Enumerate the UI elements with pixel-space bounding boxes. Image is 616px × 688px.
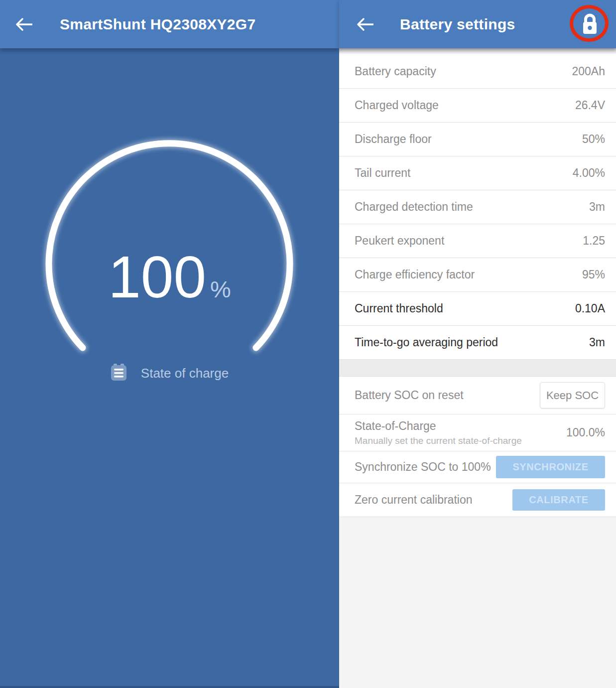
- settings-list: Battery capacity 200Ah Charged voltage 2…: [339, 55, 616, 517]
- setting-value: 200Ah: [572, 65, 605, 78]
- setting-row-charged-voltage[interactable]: Charged voltage 26.4V: [339, 89, 616, 123]
- annotation-circle: [570, 5, 609, 42]
- soc-unit: %: [210, 276, 231, 302]
- panel-filler: [339, 517, 616, 688]
- battery-soc-on-reset-row: Battery SOC on reset Keep SOC: [339, 377, 616, 414]
- section-divider: [339, 360, 616, 377]
- soc-current-value: 100.0%: [566, 426, 605, 439]
- victron-connect-app: SmartShunt HQ2308XY2G7 100%: [0, 0, 616, 688]
- row-label: State-of-Charge: [355, 419, 522, 433]
- setting-value: 26.4V: [575, 99, 605, 112]
- right-header: Battery settings: [339, 0, 616, 48]
- header-shadow: [339, 48, 616, 55]
- lock-icon[interactable]: [567, 2, 612, 47]
- setting-label: Battery capacity: [355, 65, 436, 78]
- page-title: Battery settings: [400, 16, 567, 33]
- setting-label: Current threshold: [355, 302, 443, 315]
- setting-row-charged-detection-time[interactable]: Charged detection time 3m: [339, 190, 616, 224]
- setting-label: Discharge floor: [355, 133, 432, 146]
- setting-row-battery-capacity[interactable]: Battery capacity 200Ah: [339, 55, 616, 89]
- row-sublabel: Manually set the current state-of-charge: [355, 435, 522, 446]
- setting-row-time-to-go-averaging-period[interactable]: Time-to-go averaging period 3m: [339, 326, 616, 360]
- back-arrow-icon[interactable]: [9, 9, 39, 39]
- setting-value: 0.10A: [575, 302, 605, 315]
- setting-label: Peukert exponent: [355, 234, 444, 248]
- setting-row-peukert-exponent[interactable]: Peukert exponent 1.25: [339, 224, 616, 258]
- setting-value: 50%: [582, 133, 605, 146]
- setting-value: 3m: [589, 336, 605, 349]
- left-header: SmartShunt HQ2308XY2G7: [0, 0, 339, 48]
- setting-row-tail-current[interactable]: Tail current 4.00%: [339, 156, 616, 190]
- setting-label: Tail current: [355, 166, 410, 180]
- state-of-charge-row[interactable]: State-of-Charge Manually set the current…: [339, 414, 616, 451]
- state-of-charge-gauge: 100% State of charge: [0, 48, 339, 427]
- back-arrow-icon[interactable]: [350, 9, 380, 39]
- setting-value: 3m: [589, 200, 605, 214]
- bottom-edge: [0, 686, 339, 688]
- soc-value: 100%: [0, 248, 339, 306]
- device-overview-panel: SmartShunt HQ2308XY2G7 100%: [0, 0, 339, 688]
- row-label: Battery SOC on reset: [355, 389, 464, 402]
- row-label: Zero current calibration: [355, 493, 473, 507]
- device-title: SmartShunt HQ2308XY2G7: [60, 16, 255, 33]
- battery-icon: [111, 364, 127, 383]
- setting-row-charge-efficiency-factor[interactable]: Charge efficiency factor 95%: [339, 258, 616, 292]
- battery-settings-panel: Battery settings Battery capacity 200Ah …: [339, 0, 616, 688]
- keep-soc-button[interactable]: Keep SOC: [540, 382, 605, 409]
- setting-label: Time-to-go averaging period: [355, 336, 498, 349]
- zero-current-calibration-row: Zero current calibration CALIBRATE: [339, 483, 616, 517]
- soc-label: State of charge: [141, 366, 229, 381]
- setting-row-current-threshold[interactable]: Current threshold 0.10A: [339, 292, 616, 326]
- setting-label: Charge efficiency factor: [355, 268, 475, 281]
- setting-row-discharge-floor[interactable]: Discharge floor 50%: [339, 123, 616, 156]
- setting-value: 95%: [582, 268, 605, 281]
- row-label: Synchronize SOC to 100%: [355, 460, 491, 474]
- setting-label: Charged detection time: [355, 200, 473, 214]
- synchronize-soc-row: Synchronize SOC to 100% SYNCHRONIZE: [339, 451, 616, 483]
- setting-label: Charged voltage: [355, 99, 439, 112]
- calibrate-button[interactable]: CALIBRATE: [512, 489, 605, 511]
- synchronize-button[interactable]: SYNCHRONIZE: [496, 456, 605, 478]
- setting-value: 4.00%: [573, 166, 605, 180]
- setting-value: 1.25: [583, 234, 605, 248]
